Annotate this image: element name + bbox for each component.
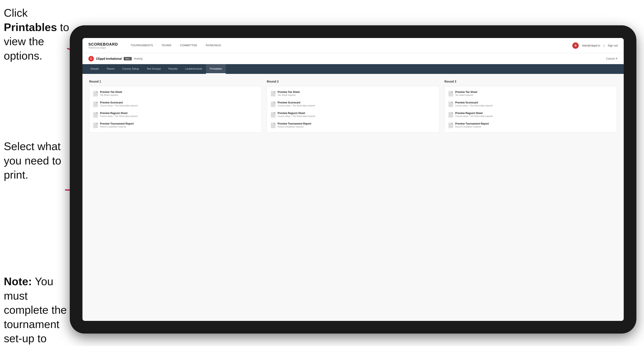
- round-2-card: Preview Tee SheetTee Sheet requiredPrevi…: [267, 86, 439, 133]
- print-item-subtitle-r2-3: Course setup + Tee Sheet data required: [278, 115, 315, 117]
- print-item-r2-1[interactable]: Preview Tee SheetTee Sheet required: [271, 90, 435, 97]
- print-item-icon-r3-2: [448, 102, 453, 107]
- tab-tee-groups[interactable]: Tee Groups: [143, 64, 165, 74]
- nav-teams[interactable]: TEAMS: [157, 38, 176, 53]
- print-item-icon-r3-1: [448, 91, 453, 96]
- print-item-title-r2-2: Preview Scorecard: [278, 101, 315, 104]
- print-item-icon-r1-4: [93, 123, 98, 128]
- print-item-text-r2-1: Preview Tee SheetTee Sheet required: [278, 91, 300, 96]
- print-item-r3-4[interactable]: Preview Tournament ReportRound Completio…: [448, 121, 613, 129]
- tournament-name: Clippd Invitational: [96, 57, 122, 60]
- tab-teams[interactable]: Teams: [103, 64, 118, 74]
- print-item-text-r3-4: Preview Tournament ReportRound Completio…: [455, 122, 489, 128]
- logo-subtitle: Powered by clippd: [88, 47, 118, 49]
- content-area: Round 1Preview Tee SheetTee Sheet requir…: [82, 74, 624, 321]
- tournament-division: Men: [124, 57, 132, 60]
- print-item-text-r3-1: Preview Tee SheetTee Sheet required: [455, 91, 478, 96]
- nav-rankings[interactable]: RANKINGS: [202, 38, 225, 53]
- print-item-subtitle-r1-3: Course setup + Tee Sheet data required: [100, 115, 138, 117]
- user-avatar: B: [572, 42, 579, 49]
- instruction-mid: Select what you need to print.: [4, 139, 69, 182]
- print-item-r1-4[interactable]: Preview Tournament ReportRound Completio…: [93, 121, 258, 129]
- instruction-bottom: Note: You must complete the tournament s…: [4, 274, 69, 346]
- round-column-1: Round 1Preview Tee SheetTee Sheet requir…: [89, 80, 262, 133]
- print-item-title-r3-4: Preview Tournament Report: [455, 122, 489, 125]
- print-item-subtitle-r1-1: Tee Sheet required: [100, 94, 122, 96]
- print-item-icon-r1-3: [93, 112, 98, 118]
- tab-details[interactable]: Details: [87, 64, 103, 74]
- user-email: blair@clippd.io: [582, 44, 600, 47]
- print-item-r2-2[interactable]: Preview ScorecardCourse setup + Tee Shee…: [271, 100, 435, 108]
- print-item-r3-2[interactable]: Preview ScorecardCourse setup + Tee Shee…: [448, 100, 613, 108]
- print-item-text-r1-1: Preview Tee SheetTee Sheet required: [100, 91, 122, 96]
- round-1-card: Preview Tee SheetTee Sheet requiredPrevi…: [89, 86, 262, 133]
- tab-bar: Details Teams Course Setup Tee Groups Re…: [82, 64, 624, 74]
- print-item-subtitle-r3-2: Course setup + Tee Sheet data required: [455, 105, 492, 107]
- tournament-info: C Clippd Invitational Men Hosting: [88, 56, 142, 61]
- round-column-3: Round 3Preview Tee SheetTee Sheet requir…: [444, 80, 617, 133]
- print-item-icon-r2-3: [271, 112, 276, 118]
- print-item-subtitle-r2-4: Round Completion required: [278, 126, 311, 128]
- print-item-subtitle-r2-1: Tee Sheet required: [278, 94, 300, 96]
- print-item-subtitle-r3-3: Course setup + Tee Sheet data required: [455, 115, 492, 117]
- top-nav-links: TOURNAMENTS TEAMS COMMITTEE RANKINGS: [126, 38, 572, 53]
- print-item-subtitle-r3-4: Round Completion required: [455, 126, 489, 128]
- print-item-subtitle-r3-1: Tee Sheet required: [455, 94, 478, 96]
- print-item-title-r3-1: Preview Tee Sheet: [455, 91, 478, 94]
- print-item-icon-r1-2: [93, 102, 98, 107]
- print-item-title-r2-3: Preview Raguzzi Sheet: [278, 112, 315, 115]
- tournament-logo: C: [88, 56, 94, 61]
- print-item-r3-1[interactable]: Preview Tee SheetTee Sheet required: [448, 90, 613, 97]
- print-item-title-r1-3: Preview Raguzzi Sheet: [100, 112, 138, 115]
- print-item-text-r2-2: Preview ScorecardCourse setup + Tee Shee…: [278, 101, 315, 107]
- print-item-r1-1[interactable]: Preview Tee SheetTee Sheet required: [93, 90, 258, 97]
- print-item-text-r1-2: Preview ScorecardCourse setup + Tee Shee…: [100, 101, 138, 107]
- print-item-text-r3-2: Preview ScorecardCourse setup + Tee Shee…: [455, 101, 492, 107]
- sub-header: C Clippd Invitational Men Hosting Cancel…: [82, 53, 624, 64]
- scoreboard-logo: SCOREBOARD Powered by clippd: [88, 42, 118, 49]
- tab-printables[interactable]: Printables: [206, 64, 226, 74]
- top-nav: SCOREBOARD Powered by clippd TOURNAMENTS…: [82, 38, 624, 53]
- logo-title: SCOREBOARD: [88, 42, 118, 47]
- print-item-icon-r2-2: [271, 102, 276, 107]
- print-item-icon-r3-3: [448, 112, 453, 118]
- print-item-subtitle-r1-2: Course setup + Tee Sheet data required: [100, 105, 138, 107]
- print-item-icon-r1-1: [93, 91, 98, 96]
- tablet-screen: SCOREBOARD Powered by clippd TOURNAMENTS…: [82, 38, 624, 321]
- print-item-title-r1-2: Preview Scorecard: [100, 101, 138, 104]
- cancel-button[interactable]: Cancel ✕: [606, 57, 618, 60]
- round-3-title: Round 3: [444, 80, 617, 83]
- instruction-top: Click Printables to view the options.: [4, 6, 69, 63]
- print-item-text-r1-4: Preview Tournament ReportRound Completio…: [100, 122, 134, 128]
- tab-course-setup[interactable]: Course Setup: [118, 64, 143, 74]
- print-item-subtitle-r1-4: Round Completion required: [100, 126, 134, 128]
- rounds-grid: Round 1Preview Tee SheetTee Sheet requir…: [89, 80, 617, 133]
- nav-committee[interactable]: COMMITTEE: [176, 38, 202, 53]
- tab-leaderboards[interactable]: Leaderboards: [182, 64, 206, 74]
- tab-results[interactable]: Results: [165, 64, 182, 74]
- print-item-text-r2-3: Preview Raguzzi SheetCourse setup + Tee …: [278, 112, 315, 117]
- round-1-title: Round 1: [89, 80, 262, 83]
- printables-bold: Printables: [4, 21, 57, 33]
- print-item-title-r3-2: Preview Scorecard: [455, 101, 492, 104]
- print-item-r1-3[interactable]: Preview Raguzzi SheetCourse setup + Tee …: [93, 111, 258, 118]
- nav-tournaments[interactable]: TOURNAMENTS: [126, 38, 157, 53]
- print-item-title-r3-3: Preview Raguzzi Sheet: [455, 112, 492, 115]
- print-item-text-r1-3: Preview Raguzzi SheetCourse setup + Tee …: [100, 112, 138, 117]
- print-item-r2-4[interactable]: Preview Tournament ReportRound Completio…: [271, 121, 435, 129]
- print-item-r1-2[interactable]: Preview ScorecardCourse setup + Tee Shee…: [93, 100, 258, 108]
- print-item-icon-r2-1: [271, 91, 276, 96]
- round-2-title: Round 2: [267, 80, 439, 83]
- sign-out-link[interactable]: Sign out: [608, 44, 618, 47]
- print-item-r2-3[interactable]: Preview Raguzzi SheetCourse setup + Tee …: [271, 111, 435, 118]
- print-item-text-r2-4: Preview Tournament ReportRound Completio…: [278, 122, 311, 128]
- tournament-status: Hosting: [134, 57, 142, 60]
- separator: |: [604, 44, 604, 47]
- print-item-text-r3-3: Preview Raguzzi SheetCourse setup + Tee …: [455, 112, 492, 117]
- round-3-card: Preview Tee SheetTee Sheet requiredPrevi…: [444, 86, 617, 133]
- print-item-r3-3[interactable]: Preview Raguzzi SheetCourse setup + Tee …: [448, 111, 613, 118]
- print-item-icon-r2-4: [271, 123, 276, 128]
- print-item-icon-r3-4: [448, 123, 453, 128]
- print-item-title-r1-4: Preview Tournament Report: [100, 122, 134, 125]
- print-item-title-r2-4: Preview Tournament Report: [278, 122, 311, 125]
